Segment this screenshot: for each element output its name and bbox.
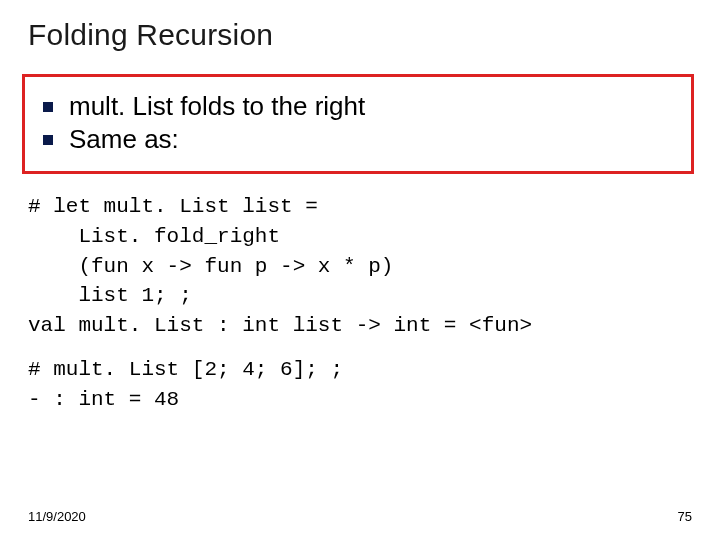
slide-footer: 11/9/2020 75 (28, 509, 692, 524)
footer-date: 11/9/2020 (28, 509, 86, 524)
square-bullet-icon (43, 102, 53, 112)
highlighted-bullets: mult. List folds to the right Same as: (22, 74, 694, 174)
bullet-text: mult. List folds to the right (69, 91, 365, 122)
square-bullet-icon (43, 135, 53, 145)
footer-page-number: 75 (678, 509, 692, 524)
slide: Folding Recursion mult. List folds to th… (0, 0, 720, 540)
bullet-text: Same as: (69, 124, 179, 155)
slide-title: Folding Recursion (28, 18, 692, 52)
bullet-item: mult. List folds to the right (39, 91, 677, 122)
code-block-example: # mult. List [2; 4; 6]; ; - : int = 48 (28, 355, 692, 415)
bullet-item: Same as: (39, 124, 677, 155)
code-block-definition: # let mult. List list = List. fold_right… (28, 192, 692, 341)
